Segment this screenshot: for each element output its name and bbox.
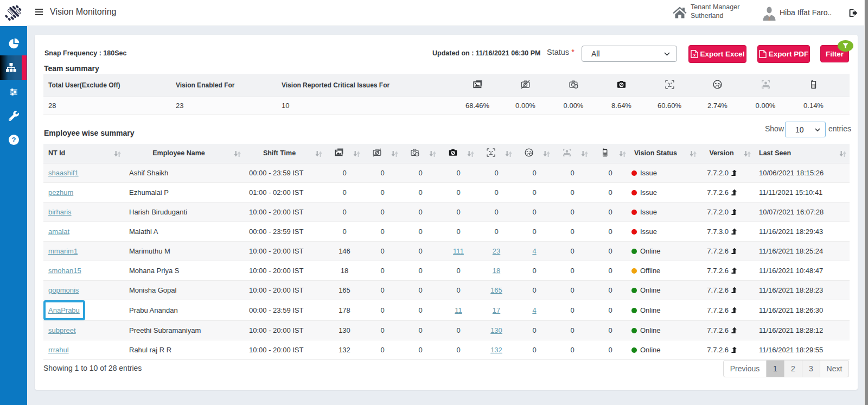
svg-text:?: ? — [11, 136, 16, 144]
svg-text:x: x — [693, 53, 696, 58]
